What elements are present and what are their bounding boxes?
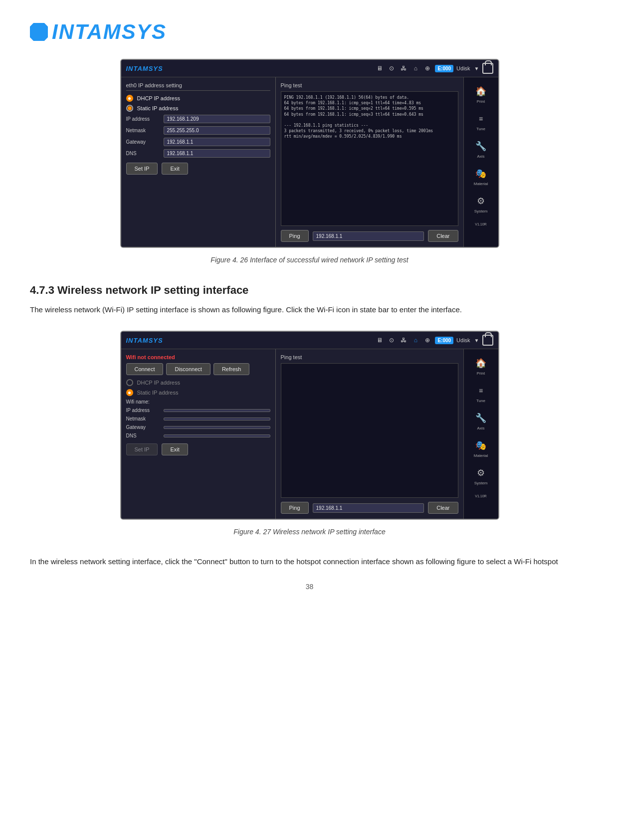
- error-badge-1: E:000: [435, 65, 453, 72]
- ip-label-2: IP address: [126, 408, 164, 413]
- dhcp-radio-button-1: [126, 95, 133, 102]
- ip-value-1[interactable]: 192.168.1.209: [164, 115, 270, 123]
- dns-row-1: DNS 192.168.1.1: [126, 149, 270, 158]
- ip-address-row-2: IP address: [126, 408, 270, 413]
- sidebar-item-print-2[interactable]: 🏠 Print: [464, 353, 498, 379]
- gateway-label-1: Gateway: [126, 139, 164, 145]
- sidebar-item-axis-2[interactable]: 🔧 Axis: [464, 408, 498, 433]
- tune-icon-2: ≡: [474, 384, 488, 398]
- connect-button[interactable]: Connect: [126, 363, 164, 375]
- set-ip-button-1[interactable]: Set IP: [126, 163, 158, 175]
- disconnect-button[interactable]: Disconnect: [166, 363, 210, 375]
- udisk-label-2: Udisk: [456, 337, 470, 343]
- dhcp-label-2: DHCP IP address: [137, 380, 180, 386]
- logo: INTAMSYS: [30, 20, 589, 44]
- print-label-2: Print: [477, 371, 485, 376]
- print-icon-2: 🏠: [474, 356, 488, 370]
- ping-output-2: [281, 363, 458, 498]
- netmask-row-1: Netmask 255.255.255.0: [126, 126, 270, 135]
- gateway-label-2: Gateway: [126, 424, 164, 430]
- logo-icon: [30, 23, 48, 41]
- dns-label-1: DNS: [126, 151, 164, 156]
- left-btn-row-1: Set IP Exit: [126, 163, 270, 175]
- material-icon-1: 🎭: [474, 167, 488, 181]
- axis-icon-1: 🔧: [474, 139, 488, 153]
- wifi-icon: ⌂: [411, 64, 420, 73]
- eth0-title: eth0 IP address setting: [126, 82, 270, 91]
- sidebar-item-tune-2[interactable]: ≡ Tune: [464, 381, 498, 406]
- exit-button-1[interactable]: Exit: [162, 163, 188, 175]
- sidebar-item-axis-1[interactable]: 🔧 Axis: [464, 136, 498, 162]
- ping-ip-input-1[interactable]: 192.168.1.1: [313, 231, 424, 241]
- dns-label-2: DNS: [126, 433, 164, 438]
- ping-button-1[interactable]: Ping: [281, 230, 309, 242]
- static-radio-2[interactable]: Static IP address: [126, 389, 270, 396]
- ping-title-2: Ping test: [281, 354, 458, 360]
- status-bar-2: INTAMSYS 🖥 ⊙ 🖧 ⌂ ⊕ E:000 Udisk ▼: [121, 332, 498, 349]
- sidebar-item-version-1: V1.10R: [464, 218, 498, 229]
- gateway-value-1[interactable]: 192.168.1.1: [164, 138, 270, 146]
- dns-row-2: DNS: [126, 433, 270, 438]
- netmask-value-2[interactable]: [164, 418, 270, 420]
- dropdown-arrow-1[interactable]: ▼: [474, 66, 479, 71]
- refresh-button[interactable]: Refresh: [213, 363, 250, 375]
- sidebar-item-material-1[interactable]: 🎭 Material: [464, 164, 498, 189]
- axis-label-1: Axis: [477, 154, 484, 159]
- sidebar-item-tune-1[interactable]: ≡ Tune: [464, 109, 498, 134]
- ping-ip-input-2[interactable]: 192.168.1.1: [313, 503, 424, 513]
- static-radio-1[interactable]: Static IP address: [126, 105, 270, 112]
- static-label-1: Static IP address: [137, 105, 179, 111]
- right-panel-2: Ping test Ping 192.168.1.1 Clear: [276, 349, 463, 519]
- system-icon-1: ⚙: [474, 194, 488, 208]
- ip-value-2[interactable]: [164, 409, 270, 412]
- status-brand-2: INTAMSYS: [126, 337, 163, 344]
- netmask-value-1[interactable]: 255.255.255.0: [164, 126, 270, 135]
- monitor-icon: 🖥: [375, 64, 384, 73]
- material-label-1: Material: [474, 182, 488, 186]
- sidebar-item-print-1[interactable]: 🏠 Print: [464, 81, 498, 107]
- set-ip-button-2[interactable]: Set IP: [126, 443, 158, 455]
- print-icon-1: 🏠: [474, 84, 488, 98]
- monitor-icon-2: 🖥: [375, 336, 384, 345]
- sidebar-1: 🏠 Print ≡ Tune 🔧 Axis 🎭 Material ⚙ Syste…: [463, 77, 498, 247]
- section-heading-473: 4.7.3 Wireless network IP setting interf…: [30, 284, 589, 297]
- network-icon-2: 🖧: [399, 336, 408, 345]
- logo-text: INTAMSYS: [52, 20, 167, 44]
- error-badge-2: E:000: [435, 337, 453, 344]
- sidebar-item-material-2[interactable]: 🎭 Material: [464, 435, 498, 461]
- dhcp-radio-1[interactable]: DHCP IP address: [126, 95, 270, 102]
- tune-icon-1: ≡: [474, 112, 488, 126]
- clear-button-2[interactable]: Clear: [428, 502, 458, 514]
- axis-icon-2: 🔧: [474, 411, 488, 425]
- ping-button-2[interactable]: Ping: [281, 502, 309, 514]
- dns-value-2[interactable]: [164, 434, 270, 437]
- footer-body-text: In the wireless network setting interfac…: [30, 556, 589, 568]
- ping-title-1: Ping test: [281, 82, 458, 88]
- sidebar-item-system-1[interactable]: ⚙ System: [464, 191, 498, 216]
- status-brand-1: INTAMSYS: [126, 65, 163, 72]
- gateway-value-2[interactable]: [164, 426, 270, 429]
- page-number: 38: [30, 583, 589, 591]
- clear-button-1[interactable]: Clear: [428, 230, 458, 242]
- system-label-1: System: [474, 209, 488, 213]
- exit-button-2[interactable]: Exit: [162, 443, 188, 455]
- status-bar-1: INTAMSYS 🖥 ⊙ 🖧 ⌂ ⊕ E:000 Udisk ▼: [121, 60, 498, 77]
- dhcp-radio-2[interactable]: DHCP IP address: [126, 379, 270, 386]
- dns-value-1[interactable]: 192.168.1.1: [164, 149, 270, 158]
- version-label-1: V1.10R: [475, 222, 486, 226]
- tune-label-1: Tune: [476, 127, 485, 131]
- version-label-2: V1.10R: [475, 494, 486, 498]
- settings-icon: ⊙: [387, 64, 396, 73]
- figure1-caption: Figure 4. 26 Interface of successful wir…: [30, 256, 589, 264]
- ping-controls-2: Ping 192.168.1.1 Clear: [281, 502, 458, 514]
- globe-icon: ⊕: [423, 64, 432, 73]
- static-label-2: Static IP address: [137, 390, 179, 396]
- globe-icon-2: ⊕: [423, 336, 432, 345]
- ip-address-row-1: IP address 192.168.1.209: [126, 115, 270, 123]
- sidebar-2: 🏠 Print ≡ Tune 🔧 Axis 🎭 Material ⚙ Syste…: [463, 349, 498, 519]
- sidebar-item-system-2[interactable]: ⚙ System: [464, 463, 498, 488]
- section-body-473: The wireless network (Wi-Fi) IP setting …: [30, 304, 589, 316]
- material-icon-2: 🎭: [474, 438, 488, 452]
- wifi-status: Wifi not connected: [126, 354, 270, 360]
- dropdown-arrow-2[interactable]: ▼: [474, 338, 479, 343]
